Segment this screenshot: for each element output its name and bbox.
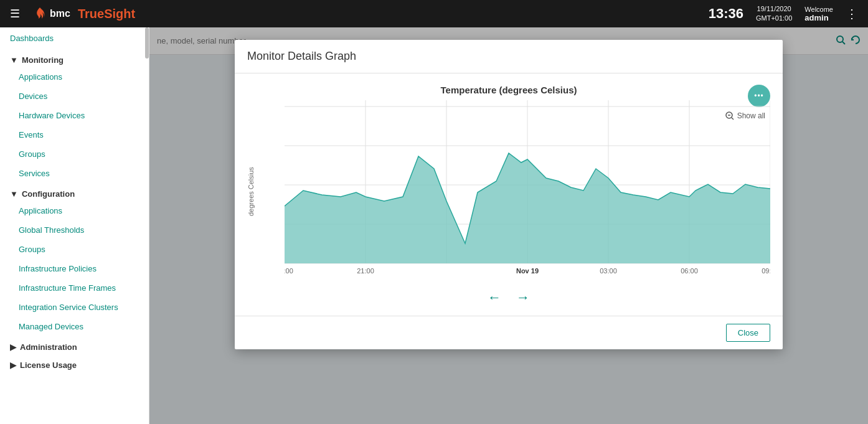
sidebar-item-groups[interactable]: Groups — [0, 144, 149, 164]
svg-text:06:00: 06:00 — [681, 267, 698, 275]
svg-text:18:00: 18:00 — [285, 267, 293, 275]
truesight-text: TrueSight — [78, 7, 135, 21]
administration-label: Administration — [20, 342, 77, 352]
sidebar-section-administration[interactable]: ▶ Administration — [0, 336, 149, 354]
sidebar-section-configuration[interactable]: ▼ Configuration — [0, 183, 149, 201]
sidebar-item-dashboards[interactable]: Dashboards — [0, 27, 149, 49]
sidebar-section-monitoring[interactable]: ▼ Monitoring — [0, 49, 149, 67]
configuration-arrow: ▼ — [10, 189, 18, 199]
close-button[interactable]: Close — [726, 324, 770, 342]
chart-next-button[interactable]: → — [516, 290, 530, 306]
sidebar-item-infrastructure-timeframes[interactable]: Infrastructure Time Frames — [0, 278, 149, 298]
bmc-text: bmc — [50, 8, 70, 19]
modal-footer: Close — [235, 316, 783, 349]
sidebar-item-services[interactable]: Services — [0, 164, 149, 183]
menu-icon[interactable]: ☰ — [10, 7, 20, 21]
sidebar-item-integration-service-clusters[interactable]: Integration Service Clusters — [0, 298, 149, 317]
sidebar-item-config-groups[interactable]: Groups — [0, 240, 149, 259]
sidebar-item-config-applications[interactable]: Applications — [0, 201, 149, 220]
sidebar-item-applications[interactable]: Applications — [0, 67, 149, 87]
brand-logo: bmc TrueSight — [32, 6, 135, 21]
monitor-details-modal: Monitor Details Graph Temperature (degre… — [235, 40, 783, 349]
chart-prev-button[interactable]: ← — [488, 290, 501, 306]
chart-title: Temperature (degrees Celsius) — [247, 80, 770, 95]
chart-options-icon: ••• — [754, 92, 764, 100]
configuration-label: Configuration — [22, 189, 75, 199]
sidebar-item-events[interactable]: Events — [0, 125, 149, 144]
administration-arrow: ▶ — [10, 342, 16, 352]
chart-inner: 22.0 21.8 21.6 21.4 18:00 21:00 Nov 19 — [257, 100, 770, 283]
sidebar-item-global-thresholds[interactable]: Global Thresholds — [0, 220, 149, 240]
chart-container: Temperature (degrees Celsius) ••• Show a… — [235, 80, 783, 306]
topbar-right: 13:36 19/11/2020 GMT+01:00 Welcome admin… — [709, 4, 858, 24]
svg-text:03:00: 03:00 — [600, 267, 617, 275]
main-layout: Dashboards ▼ Monitoring Applications Dev… — [0, 27, 868, 424]
scrollbar[interactable] — [145, 27, 149, 59]
dashboards-label: Dashboards — [10, 34, 54, 43]
svg-text:Nov 19: Nov 19 — [516, 267, 539, 275]
sidebar: Dashboards ▼ Monitoring Applications Dev… — [0, 27, 149, 424]
bmc-flame-icon — [32, 6, 47, 21]
sidebar-item-managed-devices[interactable]: Managed Devices — [0, 317, 149, 336]
content-area: Monitor Details Graph Temperature (degre… — [149, 27, 868, 424]
svg-text:09:00: 09:00 — [762, 267, 770, 275]
modal-header: Monitor Details Graph — [235, 40, 783, 73]
topbar-date: 19/11/2020 GMT+01:00 — [756, 4, 792, 24]
modal-body: Temperature (degrees Celsius) ••• Show a… — [235, 73, 783, 316]
chart-svg: 22.0 21.8 21.6 21.4 18:00 21:00 Nov 19 — [285, 100, 770, 281]
sidebar-item-devices[interactable]: Devices — [0, 87, 149, 106]
monitoring-arrow: ▼ — [10, 55, 18, 65]
monitoring-label: Monitoring — [22, 55, 64, 65]
modal-overlay[interactable]: Monitor Details Graph Temperature (degre… — [149, 27, 868, 424]
topbar-welcome: Welcome admin — [804, 6, 833, 22]
sidebar-item-hardware-devices[interactable]: Hardware Devices — [0, 106, 149, 125]
license-usage-label: License Usage — [20, 360, 77, 370]
y-axis-label: degrees Celsius — [247, 100, 255, 283]
license-usage-arrow: ▶ — [10, 360, 16, 370]
topbar-time: 13:36 — [709, 6, 743, 22]
svg-text:21:00: 21:00 — [357, 267, 374, 275]
sidebar-section-license-usage[interactable]: ▶ License Usage — [0, 354, 149, 372]
bmc-logo: bmc — [32, 6, 70, 21]
chart-navigation: ← → — [247, 290, 770, 306]
svg-marker-16 — [285, 153, 770, 263]
chart-wrapper: degrees Celsius — [247, 100, 770, 283]
topbar-more-icon[interactable]: ⋮ — [846, 6, 858, 21]
modal-title: Monitor Details Graph — [247, 50, 356, 62]
topbar: ☰ bmc TrueSight 13:36 19/11/2020 GMT+01:… — [0, 0, 868, 27]
sidebar-item-infrastructure-policies[interactable]: Infrastructure Policies — [0, 259, 149, 278]
